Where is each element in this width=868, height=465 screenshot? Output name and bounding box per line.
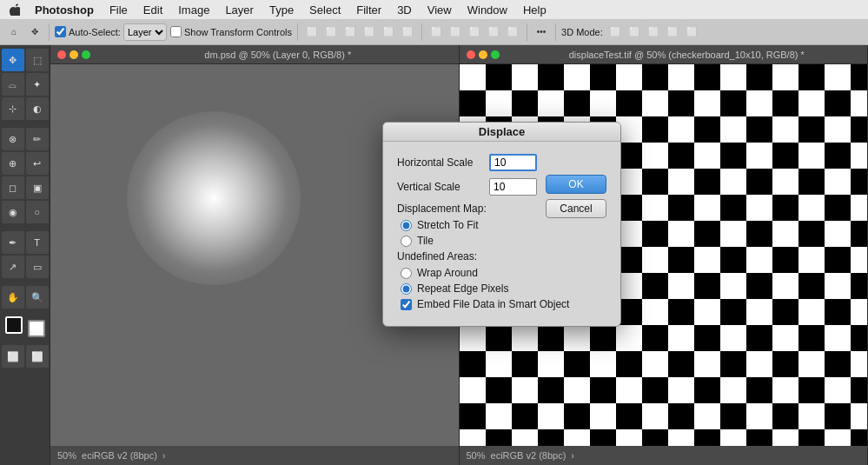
stretch-to-fit-radio[interactable] <box>401 220 412 231</box>
wrap-around-row: Wrap Around <box>397 267 606 279</box>
stretch-to-fit-row: Stretch To Fit <box>397 219 606 231</box>
vertical-scale-label: Vertical Scale <box>397 181 489 193</box>
horizontal-scale-row: Horizontal Scale <box>397 154 606 171</box>
ok-button[interactable]: OK <box>546 175 606 194</box>
dialog-overlay: Displace OK Cancel Horizontal Scale Vert… <box>0 0 868 465</box>
cancel-button[interactable]: Cancel <box>546 199 606 218</box>
repeat-edge-radio[interactable] <box>401 283 412 295</box>
wrap-around-label[interactable]: Wrap Around <box>417 267 478 279</box>
embed-checkbox[interactable] <box>401 299 412 310</box>
tile-radio[interactable] <box>401 236 412 247</box>
undefined-areas-label: Undefined Areas: <box>397 250 606 262</box>
dialog-title: Displace <box>383 123 620 142</box>
tile-row: Tile <box>397 235 606 247</box>
horizontal-scale-label: Horizontal Scale <box>397 156 489 169</box>
horizontal-scale-input[interactable] <box>489 154 537 171</box>
embed-label[interactable]: Embed File Data in Smart Object <box>417 298 569 310</box>
stretch-to-fit-label[interactable]: Stretch To Fit <box>417 219 478 231</box>
dialog-body: OK Cancel Horizontal Scale Vertical Scal… <box>383 142 620 326</box>
tile-label[interactable]: Tile <box>417 235 434 247</box>
dialog-buttons: OK Cancel <box>546 175 606 218</box>
displace-dialog: Displace OK Cancel Horizontal Scale Vert… <box>382 122 621 327</box>
repeat-edge-row: Repeat Edge Pixels <box>397 282 606 295</box>
embed-row: Embed File Data in Smart Object <box>397 298 606 310</box>
vertical-scale-input[interactable] <box>489 178 537 196</box>
repeat-edge-label[interactable]: Repeat Edge Pixels <box>417 282 508 295</box>
wrap-around-radio[interactable] <box>401 268 412 279</box>
